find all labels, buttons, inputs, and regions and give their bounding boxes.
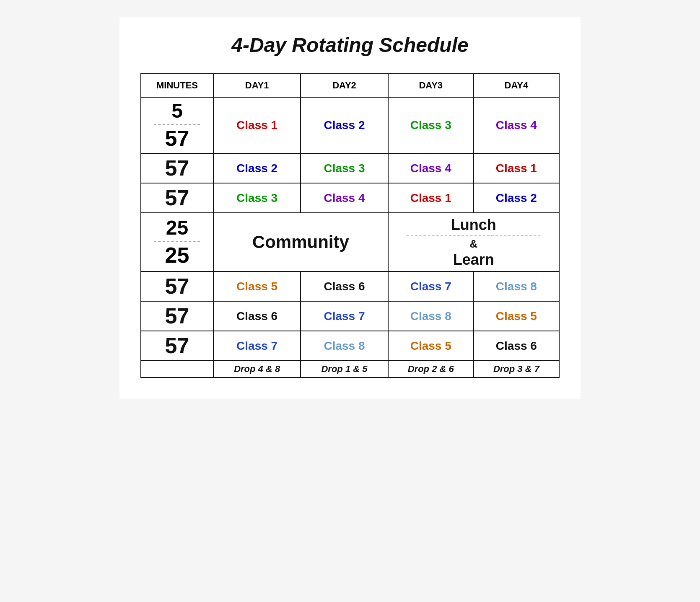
class-cell: Class 8	[388, 301, 474, 331]
table-row: 57Class 7Class 8Class 5Class 6	[141, 331, 559, 361]
header-day3: DAY3	[388, 74, 474, 97]
class-cell: Class 6	[213, 301, 301, 331]
class-cell: Class 3	[213, 183, 301, 213]
class-cell: Class 5	[388, 331, 474, 361]
class-cell: Class 3	[388, 97, 474, 153]
header-day1: DAY1	[213, 74, 301, 97]
minutes-cell-split: 25 25	[141, 213, 213, 271]
class-cell: Class 1	[213, 97, 301, 153]
minutes-cell: 57	[141, 271, 213, 301]
class-cell: Class 7	[213, 331, 301, 361]
drop-minutes	[141, 361, 213, 377]
header-day2: DAY2	[301, 74, 388, 97]
table-row: 57Class 5Class 6Class 7Class 8	[141, 271, 559, 301]
class-cell: Class 8	[474, 271, 559, 301]
class-cell: Class 2	[301, 97, 388, 153]
drop-cell: Drop 3 & 7	[474, 361, 559, 377]
class-cell: Class 6	[474, 331, 559, 361]
table-row: 57Class 3Class 4Class 1Class 2	[141, 183, 559, 213]
table-row: 57Class 2Class 3Class 4Class 1	[141, 153, 559, 183]
table-row: Drop 4 & 8Drop 1 & 5Drop 2 & 6Drop 3 & 7	[141, 361, 559, 377]
drop-cell: Drop 1 & 5	[301, 361, 388, 377]
page-title: 4-Day Rotating Schedule	[140, 34, 560, 57]
page-container: 4-Day Rotating Schedule MINUTES DAY1 DAY…	[119, 17, 581, 399]
minutes-cell: 57	[141, 331, 213, 361]
header-minutes: MINUTES	[141, 74, 213, 97]
table-row: 5 57 Class 1Class 2Class 3Class 4	[141, 97, 559, 153]
schedule-table: MINUTES DAY1 DAY2 DAY3 DAY4 5 57 Class 1…	[140, 73, 560, 378]
class-cell: Class 7	[301, 301, 388, 331]
class-cell: Class 6	[301, 271, 388, 301]
table-row: 57Class 6Class 7Class 8Class 5	[141, 301, 559, 331]
minutes-cell: 57	[141, 153, 213, 183]
minutes-cell: 57	[141, 301, 213, 331]
header-row: MINUTES DAY1 DAY2 DAY3 DAY4	[141, 74, 559, 97]
header-day4: DAY4	[474, 74, 559, 97]
class-cell: Class 2	[213, 153, 301, 183]
class-cell: Class 8	[301, 331, 388, 361]
drop-cell: Drop 2 & 6	[388, 361, 474, 377]
class-cell: Class 4	[474, 97, 559, 153]
class-cell: Class 5	[474, 301, 559, 331]
class-cell: Class 7	[388, 271, 474, 301]
class-cell: Class 1	[388, 183, 474, 213]
minutes-cell-split: 5 57	[141, 97, 213, 153]
class-cell: Class 4	[388, 153, 474, 183]
class-cell: Class 1	[474, 153, 559, 183]
table-row: 25 25 Community Lunch & Learn	[141, 213, 559, 271]
class-cell: Class 5	[213, 271, 301, 301]
class-cell: Class 2	[474, 183, 559, 213]
class-cell: Class 3	[301, 153, 388, 183]
community-cell: Community	[213, 213, 388, 271]
class-cell: Class 4	[301, 183, 388, 213]
lunch-learn-cell: Lunch & Learn	[388, 213, 559, 271]
minutes-cell: 57	[141, 183, 213, 213]
drop-cell: Drop 4 & 8	[213, 361, 301, 377]
